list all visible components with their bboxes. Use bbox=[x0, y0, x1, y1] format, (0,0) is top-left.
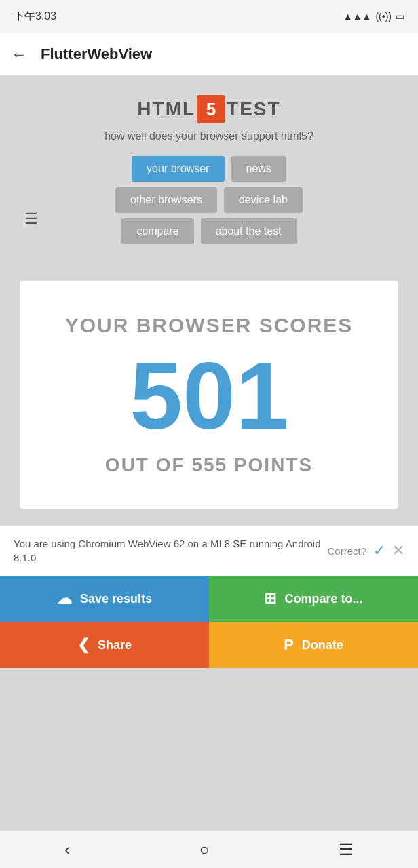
html5-header: ☰ HTML 5 TEST how well does your browser… bbox=[0, 76, 418, 264]
hamburger-icon[interactable]: ☰ bbox=[24, 210, 38, 228]
signal-icon: ▲▲▲ bbox=[343, 11, 372, 22]
nav-device-lab[interactable]: device lab bbox=[224, 187, 303, 213]
nav-row-2: other browsers device lab bbox=[115, 187, 303, 213]
bottom-menu-button[interactable]: ☰ bbox=[325, 835, 367, 865]
score-label-top: YOUR BROWSER SCORES bbox=[65, 313, 354, 338]
web-content: ☰ HTML 5 TEST how well does your browser… bbox=[0, 76, 418, 830]
back-button[interactable]: ← bbox=[11, 45, 27, 64]
nav-news[interactable]: news bbox=[231, 156, 286, 182]
share-icon: ❮ bbox=[77, 636, 90, 654]
browser-info-text: You are using Chromium WebView 62 on a M… bbox=[14, 536, 327, 565]
compare-icon: ⊞ bbox=[264, 590, 276, 608]
html5-text-right: TEST bbox=[227, 98, 281, 120]
html5-badge: 5 bbox=[197, 95, 225, 123]
html5-text-left: HTML bbox=[137, 98, 195, 120]
donate-label: Donate bbox=[302, 638, 343, 652]
bottom-back-button[interactable]: ‹ bbox=[51, 835, 83, 865]
x-icon[interactable]: ✕ bbox=[392, 542, 404, 559]
battery-icon: ▭ bbox=[396, 11, 404, 22]
app-title: FlutterWebView bbox=[41, 45, 152, 63]
compare-label: Compare to... bbox=[284, 592, 362, 606]
bottom-home-button[interactable]: ○ bbox=[186, 835, 223, 865]
score-number: 501 bbox=[130, 349, 288, 443]
wifi-icon: ((•)) bbox=[375, 11, 392, 22]
nav-your-browser[interactable]: your browser bbox=[132, 156, 224, 182]
donate-icon: P bbox=[284, 636, 294, 654]
score-label-bottom: OUT OF 555 POINTS bbox=[105, 454, 313, 476]
bottom-nav: ‹ ○ ☰ bbox=[0, 830, 418, 868]
compare-button[interactable]: ⊞ Compare to... bbox=[209, 576, 418, 622]
result-card: YOUR BROWSER SCORES 501 OUT OF 555 POINT… bbox=[20, 281, 398, 509]
status-bar: 下午3:03 ▲▲▲ ((•)) ▭ bbox=[0, 0, 418, 33]
check-icon[interactable]: ✓ bbox=[373, 542, 385, 559]
nav-about-test[interactable]: about the test bbox=[201, 218, 297, 244]
status-icons: ▲▲▲ ((•)) ▭ bbox=[343, 11, 404, 22]
nav-other-browsers[interactable]: other browsers bbox=[115, 187, 217, 213]
correct-label: Correct? bbox=[327, 545, 366, 557]
donate-button[interactable]: P Donate bbox=[209, 622, 418, 668]
nav-compare[interactable]: compare bbox=[121, 218, 193, 244]
save-icon: ☁ bbox=[57, 590, 72, 608]
share-label: Share bbox=[98, 638, 132, 652]
correct-section: Correct? ✓ ✕ bbox=[327, 542, 404, 559]
app-bar: ← FlutterWebView bbox=[0, 33, 418, 76]
nav-buttons: your browser news other browsers device … bbox=[115, 156, 303, 244]
action-buttons: ☁ Save results ⊞ Compare to... ❮ Share P… bbox=[0, 576, 418, 668]
nav-row-3: compare about the test bbox=[121, 218, 296, 244]
status-time: 下午3:03 bbox=[14, 9, 56, 24]
html5-logo: HTML 5 TEST bbox=[137, 95, 280, 123]
html5-subtitle: how well does your browser support html5… bbox=[104, 130, 314, 142]
share-button[interactable]: ❮ Share bbox=[0, 622, 209, 668]
save-label: Save results bbox=[80, 592, 152, 606]
browser-info-bar: You are using Chromium WebView 62 on a M… bbox=[0, 525, 418, 576]
nav-row-1: your browser news bbox=[132, 156, 286, 182]
save-button[interactable]: ☁ Save results bbox=[0, 576, 209, 622]
